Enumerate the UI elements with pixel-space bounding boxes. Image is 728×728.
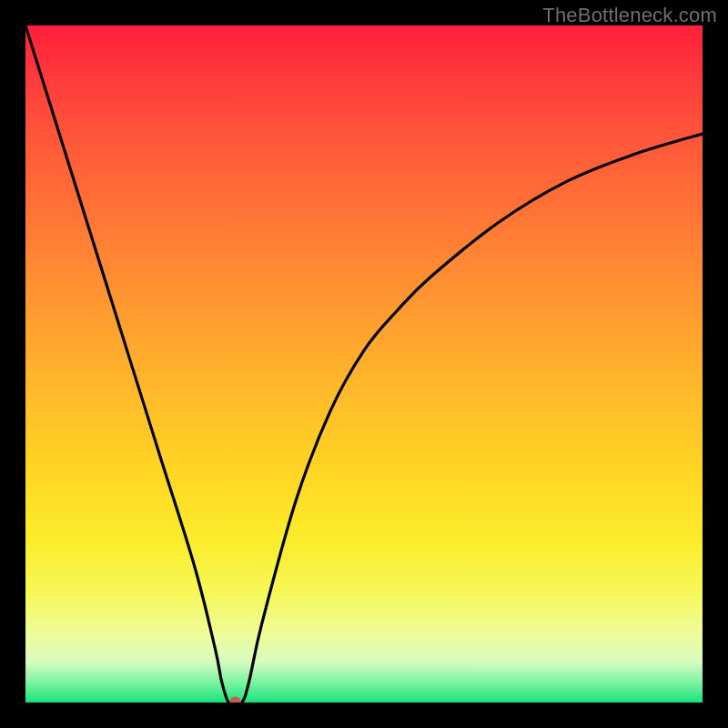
chart-frame: TheBottleneck.com <box>0 0 728 728</box>
chart-svg <box>25 25 703 703</box>
bottleneck-curve <box>25 25 703 703</box>
optimum-marker <box>229 697 241 703</box>
watermark-text: TheBottleneck.com <box>542 4 717 27</box>
plot-area <box>25 25 703 703</box>
